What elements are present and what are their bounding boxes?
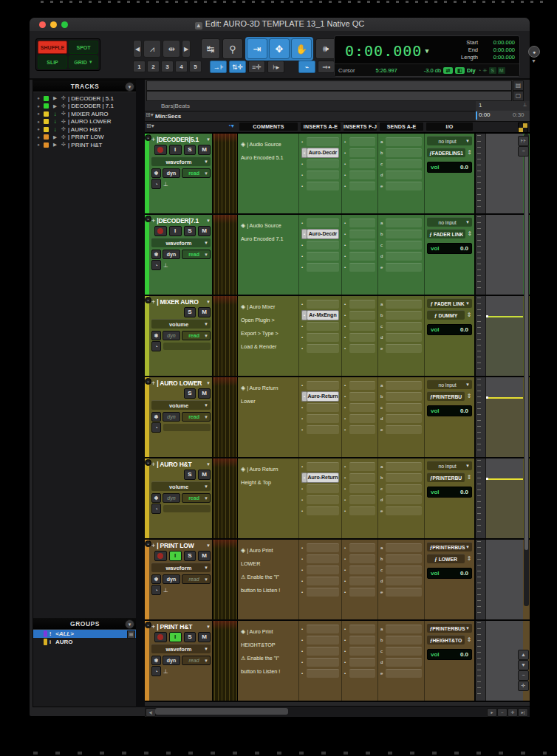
horizontal-scrollbar-thumb[interactable] bbox=[155, 708, 288, 715]
send-slot[interactable]: b bbox=[378, 309, 424, 320]
zoom-minus-icon[interactable]: − bbox=[518, 670, 529, 681]
send-slot[interactable]: a bbox=[378, 461, 424, 472]
insert-a-e-slot[interactable]: •Auro-Decdr bbox=[299, 228, 341, 239]
column-header-comments[interactable]: COMMENTS bbox=[239, 123, 298, 131]
send-slot[interactable]: d bbox=[378, 575, 424, 586]
volume-display[interactable]: vol0.0 bbox=[427, 405, 472, 416]
insert-f-j-slot[interactable]: • bbox=[342, 564, 377, 575]
track-name-caret-icon[interactable]: ▼ bbox=[206, 543, 211, 548]
groups-menu-button[interactable]: ▼ bbox=[125, 619, 134, 629]
insert-a-e-slot[interactable]: • bbox=[299, 634, 341, 645]
insert-a-e-slot[interactable]: • bbox=[299, 343, 341, 354]
track-view-selector[interactable]: waveform▼ bbox=[151, 238, 211, 247]
track-list-view-icon[interactable]: ⊞▾ bbox=[146, 123, 154, 129]
output-path-icon[interactable]: ⇕ bbox=[467, 230, 472, 237]
track-expand-icon[interactable]: + bbox=[151, 379, 155, 387]
empty-selector-box[interactable] bbox=[163, 343, 211, 350]
sidebar-track-item[interactable]: ● ▶ ✣ | PRINT LOW bbox=[33, 134, 137, 142]
insert-a-e-slot[interactable]: •Auro-Return bbox=[299, 391, 341, 402]
insert-a-e-slot[interactable]: • bbox=[299, 298, 341, 309]
track-expand-icon[interactable]: + bbox=[151, 298, 155, 306]
column-header-sends-a-e[interactable]: SENDS A-E bbox=[380, 123, 423, 131]
send-slot[interactable]: c bbox=[378, 483, 424, 494]
timebase-icon[interactable]: ◔ bbox=[151, 179, 161, 189]
insert-f-j-slot[interactable]: • bbox=[342, 667, 377, 678]
send-slot[interactable]: a bbox=[378, 379, 424, 391]
selector-tool-icon[interactable]: ⇥ bbox=[247, 38, 267, 59]
smart-tool[interactable]: ⇥ ✥ ✋ bbox=[245, 37, 313, 61]
insert-a-e-slot[interactable]: • bbox=[299, 239, 341, 250]
track-view-selector[interactable]: waveform▼ bbox=[151, 563, 211, 572]
scroll-down-icon[interactable]: ▼ bbox=[518, 660, 529, 670]
timebase-icon[interactable]: ◔ bbox=[151, 422, 161, 433]
send-slot[interactable]: e bbox=[378, 424, 424, 435]
send-slot[interactable]: b bbox=[378, 634, 424, 645]
dyn-button[interactable]: dyn bbox=[163, 574, 180, 584]
input-selector[interactable]: no input▼ bbox=[427, 461, 472, 470]
insert-f-j-slot[interactable]: • bbox=[342, 483, 377, 494]
automation-mode-button[interactable]: read▼ bbox=[182, 412, 211, 422]
dyn-button[interactable]: dyn bbox=[163, 250, 180, 259]
bars-beats-ruler[interactable]: Bars|Beats 1 ⟂ bbox=[145, 101, 530, 111]
insert-a-e-slot[interactable]: • bbox=[299, 656, 341, 667]
output-selector[interactable]: ƒ DUMMY bbox=[427, 310, 465, 320]
counter-caret-icon[interactable]: ▼ bbox=[425, 47, 429, 55]
track-select-dot-icon[interactable]: ● bbox=[33, 96, 44, 100]
volume-display[interactable]: vol0.0 bbox=[427, 568, 472, 579]
send-slot[interactable]: a bbox=[378, 298, 424, 309]
send-slot[interactable]: b bbox=[378, 147, 424, 158]
main-counter[interactable]: 0:00.000▼ bbox=[345, 42, 430, 60]
track-view-selector[interactable]: waveform▼ bbox=[151, 644, 211, 653]
group-item[interactable]: i AURO bbox=[33, 638, 137, 646]
automation-mode-button[interactable]: read▼ bbox=[182, 656, 211, 665]
record-arm-button[interactable] bbox=[154, 145, 167, 155]
dyn-button[interactable]: dyn bbox=[163, 656, 180, 665]
send-slot[interactable]: d bbox=[378, 169, 424, 180]
insert-f-j-slot[interactable]: • bbox=[342, 542, 377, 553]
track-lane[interactable] bbox=[486, 377, 523, 457]
send-slot[interactable]: a bbox=[378, 542, 424, 553]
solo-button[interactable]: S bbox=[184, 145, 197, 155]
track-expand-icon[interactable]: + bbox=[151, 136, 155, 143]
track-name[interactable]: | AURO LOWER bbox=[157, 379, 202, 387]
output-selector[interactable]: ƒ LOWER bbox=[427, 554, 465, 563]
volume-display[interactable]: vol0.0 bbox=[427, 649, 472, 660]
zoom-preset-1[interactable]: 1 bbox=[133, 61, 146, 72]
insert-a-e-slot[interactable]: • bbox=[299, 483, 341, 494]
tab-to-transient-icon[interactable]: →⊦ bbox=[210, 61, 227, 73]
universe-view[interactable] bbox=[146, 80, 512, 91]
track-name[interactable]: | AURO H&T bbox=[157, 461, 191, 468]
dyn-button[interactable]: dyn bbox=[163, 331, 180, 340]
track-name[interactable]: | PRINT H&T bbox=[157, 623, 192, 630]
send-slot[interactable]: d bbox=[378, 331, 424, 343]
output-path-icon[interactable]: ⇕ bbox=[466, 636, 472, 643]
track-select-dot-icon[interactable]: ● bbox=[33, 127, 44, 131]
insert-a-e-slot[interactable]: • bbox=[299, 575, 341, 586]
group-item[interactable]: ! <ALL> ▤ bbox=[33, 630, 137, 638]
track-select-dot-icon[interactable]: ● bbox=[33, 135, 44, 140]
insert-a-e-slot[interactable]: • bbox=[299, 320, 341, 331]
dyn-button[interactable]: dyn bbox=[163, 412, 180, 422]
track-select-dot-icon[interactable]: ● bbox=[33, 142, 44, 147]
insert-f-j-slot[interactable]: • bbox=[342, 656, 377, 667]
input-selector[interactable]: ƒ FADER LINK▼ bbox=[427, 298, 472, 308]
sidebar-track-item[interactable]: ● ▶ ✣ | DECODER | 7.1 bbox=[33, 103, 137, 111]
insert-a-e-slot[interactable]: •Auro-Decdr bbox=[299, 147, 341, 158]
automation-line[interactable] bbox=[486, 316, 523, 317]
elastic-audio-icon[interactable]: ❄ bbox=[151, 412, 161, 422]
insert-a-e-slot[interactable]: • bbox=[299, 494, 341, 505]
track-lane[interactable] bbox=[486, 540, 523, 619]
insertion-follows-playback-icon[interactable]: ⊦▸ bbox=[267, 61, 284, 73]
track-lane[interactable] bbox=[486, 458, 523, 538]
column-header-inserts-f-j[interactable]: INSERTS F-J bbox=[344, 123, 377, 131]
track-view-selector[interactable]: waveform▼ bbox=[151, 157, 211, 166]
playhead[interactable] bbox=[476, 111, 477, 120]
edit-mode-shuffle[interactable]: SHUFFLE bbox=[38, 41, 67, 54]
insert-f-j-slot[interactable]: • bbox=[342, 343, 377, 354]
track-expand-icon[interactable]: + bbox=[151, 217, 155, 224]
mute-button[interactable]: M bbox=[198, 226, 211, 236]
ruler-view-icon[interactable]: ⊞▾ bbox=[146, 111, 154, 118]
insert-a-e-slot[interactable]: • bbox=[299, 250, 341, 261]
insert-a-e-slot[interactable]: • bbox=[299, 402, 341, 413]
insert-a-e-slot[interactable]: • bbox=[299, 586, 341, 597]
